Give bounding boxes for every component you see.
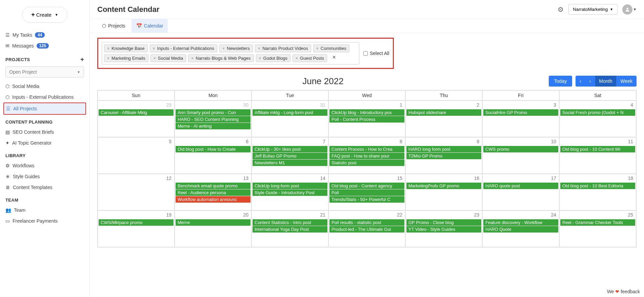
calendar-cell[interactable]: 23GP Promo - Close blogYT Video - Style … [405,210,482,247]
filter-chip-area[interactable]: ×Knowledge Base×Inputs - External Public… [102,42,359,64]
calendar-event[interactable]: GP Promo - Close blog [406,219,481,226]
gear-icon[interactable]: ⚙ [558,5,564,14]
calendar-cell[interactable]: 17HARO quote post [482,174,559,210]
next-button[interactable]: › [585,76,595,87]
filter-chip[interactable]: ×Knowledge Base [104,44,148,52]
calendar-event[interactable]: Feature discovery - Workflow [483,219,558,226]
calendar-event[interactable]: Hubspot slideshare [406,109,481,116]
calendar-event[interactable]: FAQ post - How to share your [329,153,404,159]
calendar-event[interactable]: Old blog post - Content agency [329,183,404,189]
calendar-cell[interactable]: 18Old blog post - 10 Best Editoria [559,174,636,210]
calendar-cell[interactable]: 19CWS/Mktpace promo [98,210,175,247]
today-button[interactable]: Today [549,76,572,87]
calendar-event[interactable]: CWS promo [483,146,558,152]
filter-chip[interactable]: ×Godot Blogs [256,54,291,62]
calendar-event[interactable]: Meme - AI writing [176,123,250,129]
calendar-cell[interactable]: 12 [98,174,175,210]
remove-chip-icon[interactable]: × [316,46,319,51]
calendar-cell[interactable]: 2Hubspot slideshare [405,100,482,137]
calendar-event[interactable]: T2Mio GP Promo [406,153,481,159]
calendar-event[interactable]: International Yoga Day Post [253,226,327,233]
calendar-event[interactable]: HARO quote post [483,183,558,189]
calendar-event[interactable]: Poll - Content Process [329,116,404,123]
calendar-event[interactable]: CWS/Mktpace promo [99,219,174,226]
remove-chip-icon[interactable]: × [222,46,225,51]
open-project-select[interactable]: Open Project ▼ [5,67,84,77]
sidebar-item-messages[interactable]: ✉ Messages 125 [3,40,86,51]
select-all-label[interactable]: Select All [363,51,389,56]
calendar-cell[interactable]: 5 [98,137,175,174]
remove-chip-icon[interactable]: × [191,56,194,61]
week-view-button[interactable]: Week [616,76,637,87]
filter-chip[interactable]: ×Narrato Product Videos [255,44,311,52]
calendar-cell[interactable]: 13Benchmark email quote promoReel - Audi… [175,174,251,210]
filter-chip[interactable]: ×Guest Posts [293,54,327,62]
sidebar-item-social-media[interactable]: ⬡ Social Media [3,81,86,92]
calendar-cell[interactable]: 24Feature discovery - WorkflowHARO Quote [482,210,559,247]
calendar-cell[interactable]: 11Old blog post - 10 Content Wr [559,137,636,174]
calendar-event[interactable]: Meme [176,219,250,226]
avatar[interactable] [622,4,632,15]
calendar-cell[interactable]: 29Carousel - Affiliate Mktg [98,100,175,137]
calendar-event[interactable]: Carousel - Affiliate Mktg [99,109,174,116]
calendar-cell[interactable]: 31Affiliate mktg - Long-form post [251,100,328,137]
calendar-cell[interactable]: 3SocialHire GP Promo [482,100,559,137]
select-all-checkbox[interactable] [363,51,368,56]
sidebar-item-team[interactable]: 👥 Team [3,205,86,216]
tab-calendar[interactable]: 📅 Calendar [132,19,168,33]
calendar-event[interactable]: ClickUp - 30+ likes post [253,146,327,152]
remove-chip-icon[interactable]: × [154,56,156,61]
calendar-event[interactable]: Ann Smarty post promo - Con [176,109,250,116]
calendar-event[interactable]: Poll [329,189,404,196]
calendar-cell[interactable]: 1ClickUp blog - Introductory posPoll - C… [328,100,405,137]
sidebar-item-content-templates[interactable]: 🗎 Content Templates [3,182,86,193]
sidebar-item-workflows[interactable]: ⚙ Workflows [3,160,86,171]
calendar-cell[interactable]: 15Old blog post - Content agencyPollTren… [328,174,405,210]
filter-chip[interactable]: ×Marketing Emails [104,54,148,62]
filter-chip[interactable]: ×Inputs - External Publications [150,44,217,52]
calendar-event[interactable]: Content Process - How to Crea [329,146,404,152]
filter-chip[interactable]: ×Newsletters [219,44,253,52]
calendar-event[interactable]: Jeff Bullas GP Promo [253,153,327,159]
sidebar-item-style-guides[interactable]: ⛯ Style Guides [3,171,86,182]
calendar-cell[interactable]: 22Poll results - statistic postProduct-l… [328,210,405,247]
create-button[interactable]: + Create ▼ [22,7,67,23]
calendar-cell[interactable]: 21Content Statistics - Intro postInterna… [251,210,328,247]
calendar-event[interactable]: Workflow automation announc [176,196,250,203]
filter-chip[interactable]: ×Social Media [150,54,186,62]
calendar-cell[interactable]: 8Content Process - How to CreaFAQ post -… [328,137,405,174]
sidebar-item-my-tasks[interactable]: ☰ My Tasks 44 [3,30,86,40]
calendar-cell[interactable]: 9HARO long form postT2Mio GP Promo [405,137,482,174]
calendar-event[interactable]: YT Video - Style Guides [406,226,481,233]
clear-filters-icon[interactable]: × [329,54,339,62]
tab-projects[interactable]: ⬡ Projects [97,19,130,33]
add-project-icon[interactable]: + [80,56,84,63]
calendar-event[interactable]: Statistic post [329,160,404,166]
calendar-event[interactable]: Reel - Audience persona [176,189,250,196]
remove-chip-icon[interactable]: × [258,46,260,51]
calendar-cell[interactable]: 6Old blog post - How to Create [175,137,251,174]
calendar-event[interactable]: ClickUp long-form post [253,183,327,189]
calendar-event[interactable]: Social Fresh promo (Godot + N [560,109,635,116]
calendar-event[interactable]: Affiliate mktg - Long-form post [253,109,327,116]
calendar-event[interactable]: Poll results - statistic post [329,219,404,226]
calendar-cell[interactable]: 30Ann Smarty post promo - ConHARO - SEO … [175,100,251,137]
calendar-event[interactable]: HARO - SEO Content Planning [176,116,250,123]
calendar-cell[interactable]: 25Reel - Grammar Checker Tools [559,210,636,247]
feedback-link[interactable]: We ❤ feedback [607,289,640,294]
remove-chip-icon[interactable]: × [107,56,109,61]
calendar-event[interactable]: SocialHire GP Promo [483,109,558,116]
calendar-cell[interactable]: 16MarketingProfs GP promo [405,174,482,210]
sidebar-item-seo-briefs[interactable]: ▤ SEO Content Briefs [3,127,86,137]
calendar-cell[interactable]: 4Social Fresh promo (Godot + N [559,100,636,137]
calendar-event[interactable]: Product-led - The Ultimate Gui [329,226,404,233]
calendar-cell[interactable]: 7ClickUp - 30+ likes postJeff Bullas GP … [251,137,328,174]
workspace-selector[interactable]: NarratoMarketing ▼ [568,4,618,15]
calendar-event[interactable]: MarketingProfs GP promo [406,183,481,189]
sidebar-item-ai-topic[interactable]: ✦ AI Topic Generator [3,137,86,148]
calendar-event[interactable]: Newsletters M1 [253,160,327,166]
remove-chip-icon[interactable]: × [259,56,261,61]
remove-chip-icon[interactable]: × [296,56,298,61]
remove-chip-icon[interactable]: × [153,46,155,51]
remove-chip-icon[interactable]: × [107,46,109,51]
